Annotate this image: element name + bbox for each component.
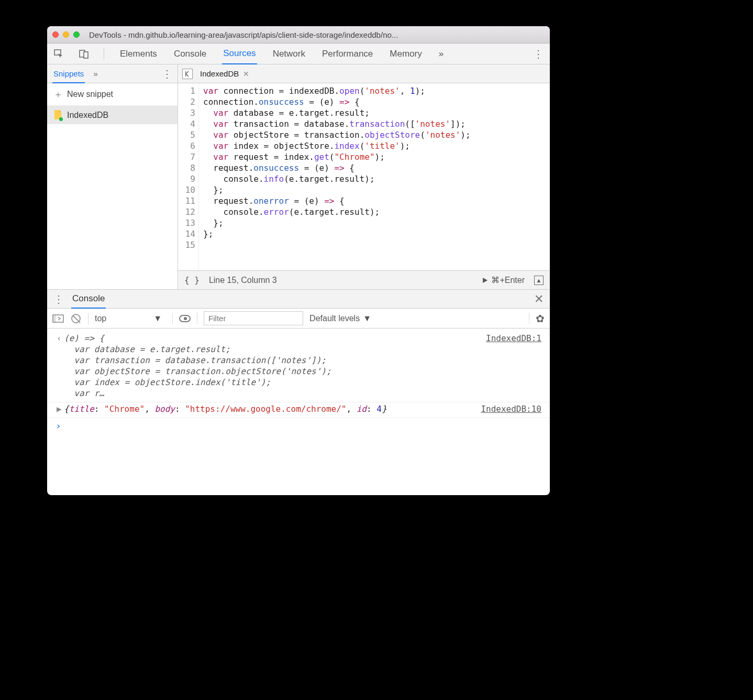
- devtools-menu-icon[interactable]: ⋮: [533, 48, 544, 60]
- sidebar-menu-icon[interactable]: ⋮: [162, 68, 172, 80]
- console-drawer-header: ⋮ Console ✕: [47, 290, 550, 309]
- tab-elements[interactable]: Elements: [119, 44, 158, 64]
- sidebar-tab-snippets[interactable]: Snippets: [52, 65, 85, 83]
- message-source-link[interactable]: IndexedDB:10: [474, 403, 541, 414]
- console-message[interactable]: ▶ {title: "Chrome", body: "https://www.g…: [47, 402, 550, 418]
- device-toggle-icon[interactable]: [79, 49, 89, 59]
- svg-rect-2: [84, 52, 88, 58]
- sidebar-tabs-overflow[interactable]: »: [93, 69, 97, 78]
- svg-rect-0: [54, 50, 61, 55]
- tab-memory[interactable]: Memory: [389, 44, 423, 64]
- console-message[interactable]: ‹ (e) => { var database = e.target.resul…: [47, 332, 550, 402]
- svg-rect-3: [185, 71, 186, 76]
- close-window-button[interactable]: [52, 31, 59, 38]
- devtools-window: DevTools - mdn.github.io/learning-area/j…: [47, 26, 550, 495]
- svg-rect-5: [53, 315, 56, 322]
- dropdown-icon: ▼: [153, 314, 162, 323]
- tabs-overflow[interactable]: »: [438, 44, 445, 64]
- levels-value: Default levels: [309, 314, 360, 323]
- new-snippet-button[interactable]: ＋ New snippet: [47, 83, 178, 106]
- console-output[interactable]: ‹ (e) => { var database = e.target.resul…: [47, 329, 550, 495]
- run-snippet-button[interactable]: ⌘+Enter: [482, 275, 525, 285]
- filter-input[interactable]: [204, 311, 303, 325]
- cursor-position: Line 15, Column 3: [209, 276, 277, 285]
- close-tab-icon[interactable]: ✕: [243, 70, 249, 78]
- tab-sources[interactable]: Sources: [222, 43, 257, 64]
- toggle-debugger-icon[interactable]: ▲: [534, 276, 544, 285]
- dropdown-icon: ▼: [363, 314, 371, 323]
- inspect-icon[interactable]: [53, 49, 64, 59]
- play-icon: [482, 277, 488, 283]
- window-title: DevTools - mdn.github.io/learning-area/j…: [89, 30, 545, 39]
- plus-icon: ＋: [53, 88, 63, 101]
- console-prompt[interactable]: ›: [47, 418, 550, 433]
- message-source-link[interactable]: IndexedDB:1: [480, 333, 541, 399]
- drawer-tab-console[interactable]: Console: [71, 290, 106, 309]
- console-settings-icon[interactable]: ✿: [536, 312, 545, 325]
- code-editor[interactable]: 123456789101112131415 var connection = i…: [178, 83, 550, 270]
- snippet-file-icon: [53, 110, 62, 120]
- sources-sidebar: Snippets » ⋮ ＋ New snippet IndexedDB: [47, 64, 178, 289]
- drawer-menu-icon[interactable]: ⋮: [53, 293, 64, 305]
- snippet-item[interactable]: IndexedDB: [47, 106, 178, 124]
- traffic-lights: [52, 31, 80, 38]
- snippet-name: IndexedDB: [67, 111, 108, 120]
- run-shortcut: ⌘+Enter: [491, 275, 525, 285]
- nav-back-button[interactable]: [182, 69, 193, 79]
- clear-console-icon[interactable]: [70, 314, 82, 323]
- editor-tab-label: IndexedDB: [200, 69, 239, 78]
- expand-icon[interactable]: ▶: [57, 403, 64, 414]
- pretty-print-icon[interactable]: { }: [184, 275, 200, 285]
- expand-icon[interactable]: ‹: [57, 333, 64, 399]
- editor-tab[interactable]: IndexedDB ✕: [199, 65, 250, 82]
- new-snippet-label: New snippet: [67, 90, 113, 99]
- minimize-window-button[interactable]: [63, 31, 69, 38]
- titlebar[interactable]: DevTools - mdn.github.io/learning-area/j…: [47, 26, 550, 43]
- context-value: top: [95, 314, 106, 323]
- zoom-window-button[interactable]: [73, 31, 80, 38]
- console-toolbar: top ▼ Default levels ▼ ✿: [47, 309, 550, 329]
- toggle-console-sidebar-icon[interactable]: [52, 314, 64, 323]
- devtools-tabs: Elements Console Sources Network Perform…: [47, 43, 550, 64]
- tab-network[interactable]: Network: [272, 44, 306, 64]
- context-selector[interactable]: top ▼: [95, 314, 166, 323]
- tab-performance[interactable]: Performance: [321, 44, 374, 64]
- tab-console[interactable]: Console: [173, 44, 207, 64]
- log-levels-selector[interactable]: Default levels ▼: [309, 314, 371, 323]
- close-drawer-icon[interactable]: ✕: [534, 292, 544, 306]
- live-expression-icon[interactable]: [179, 314, 191, 323]
- editor-statusbar: { } Line 15, Column 3 ⌘+Enter ▲: [178, 270, 550, 289]
- editor: IndexedDB ✕ 123456789101112131415 var co…: [178, 64, 550, 289]
- divider: [104, 48, 104, 60]
